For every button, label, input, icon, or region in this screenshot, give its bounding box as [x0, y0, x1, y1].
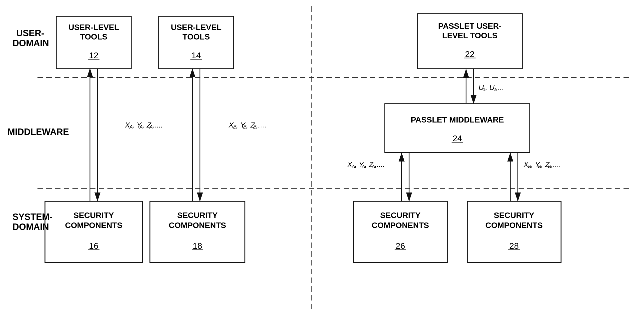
svg-text:28: 28: [509, 241, 519, 250]
svg-rect-91: [354, 201, 447, 262]
svg-text:,....: ,....: [256, 121, 267, 129]
svg-rect-86: [150, 201, 245, 262]
svg-text:A: A: [352, 164, 355, 169]
svg-text:PASSLET MIDDLEWARE: PASSLET MIDDLEWARE: [411, 115, 504, 124]
svg-text:COMPONENTS: COMPONENTS: [485, 221, 542, 230]
svg-text:MIDDLEWARE: MIDDLEWARE: [8, 127, 69, 137]
svg-text:SYSTEM-: SYSTEM-: [12, 212, 52, 222]
svg-text:SECURITY: SECURITY: [494, 211, 534, 220]
svg-text:2: 2: [494, 87, 496, 92]
svg-text:COMPONENTS: COMPONENTS: [65, 221, 122, 230]
svg-text:16: 16: [89, 241, 98, 250]
svg-text:18: 18: [193, 241, 202, 250]
main-diagram: USER-LEVEL TOOLS 12 USER-LEVEL TOOLS 14 …: [0, 0, 644, 316]
svg-text:24: 24: [452, 134, 462, 143]
svg-text:,...: ,...: [496, 84, 504, 92]
svg-text:SECURITY: SECURITY: [177, 211, 218, 220]
svg-text:,....: ,....: [152, 121, 163, 129]
svg-rect-81: [45, 201, 142, 262]
svg-text:SECURITY: SECURITY: [380, 211, 420, 220]
svg-text:DOMAIN: DOMAIN: [12, 222, 49, 232]
svg-text:TOOLS: TOOLS: [182, 32, 210, 41]
svg-text:26: 26: [396, 241, 405, 250]
svg-text:USER-: USER-: [16, 28, 44, 38]
svg-text:A: A: [362, 164, 365, 169]
svg-text:SECURITY: SECURITY: [74, 211, 114, 220]
svg-text:LEVEL TOOLS: LEVEL TOOLS: [442, 31, 497, 40]
svg-text:USER-LEVEL: USER-LEVEL: [68, 23, 119, 32]
svg-text:COMPONENTS: COMPONENTS: [372, 221, 429, 230]
svg-text:,....: ,....: [375, 160, 385, 168]
svg-text:DOMAIN: DOMAIN: [12, 38, 49, 48]
svg-rect-96: [467, 201, 561, 262]
svg-text:14: 14: [192, 50, 201, 60]
svg-text:1: 1: [483, 87, 486, 92]
svg-text:COMPONENTS: COMPONENTS: [169, 221, 226, 230]
svg-rect-77: [385, 104, 530, 152]
svg-text:PASSLET USER-: PASSLET USER-: [438, 22, 502, 30]
svg-text:22: 22: [465, 49, 474, 59]
svg-text:USER-LEVEL: USER-LEVEL: [171, 23, 222, 32]
svg-text:12: 12: [89, 50, 98, 60]
svg-text:A: A: [372, 164, 375, 169]
svg-text:,....: ,....: [551, 160, 561, 168]
svg-text:TOOLS: TOOLS: [80, 32, 108, 41]
